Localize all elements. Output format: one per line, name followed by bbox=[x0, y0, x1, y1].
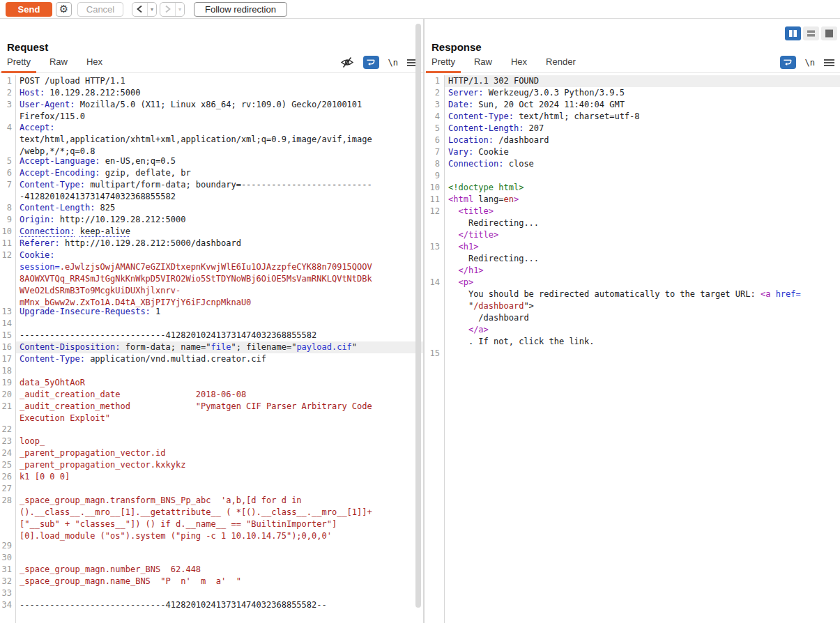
code-line: 8Connection: close bbox=[425, 158, 840, 170]
line-number: 25 bbox=[0, 459, 16, 471]
follow-redirection-button[interactable]: Follow redirection bbox=[194, 2, 287, 17]
line-number: 2 bbox=[425, 87, 445, 99]
settings-button[interactable]: ⚙ bbox=[56, 2, 72, 17]
line-number: 5 bbox=[425, 123, 445, 134]
send-button[interactable]: Send bbox=[6, 2, 52, 17]
code-line: 7Vary: Cookie bbox=[425, 146, 840, 158]
line-number: 1 bbox=[425, 75, 445, 87]
newline-chars-icon[interactable]: \n bbox=[388, 58, 398, 68]
hide-nonprintable-eye-icon[interactable] bbox=[340, 56, 354, 68]
line-number: 13 bbox=[0, 306, 16, 318]
response-panel: Response Pretty Raw Hex Render \n bbox=[425, 19, 840, 623]
code-line: 11Referer: http://10.129.28.212:5000/das… bbox=[0, 238, 423, 249]
line-number: 2 bbox=[0, 87, 16, 99]
code-line: 5Content-Length: 207 bbox=[425, 123, 840, 134]
line-number: 7 bbox=[425, 146, 445, 158]
line-number: 6 bbox=[0, 167, 16, 179]
line-number: 34 bbox=[0, 599, 16, 611]
code-line: 34-----------------------------412820102… bbox=[0, 599, 423, 611]
code-line: 6Accept-Encoding: gzip, deflate, br bbox=[0, 167, 423, 179]
request-panel: Request Pretty Raw Hex bbox=[0, 19, 425, 623]
line-number: 20 bbox=[0, 389, 16, 401]
code-line: 5Accept-Language: en-US,en;q=0.5 bbox=[0, 155, 423, 167]
code-line: 19data_5yOhtAoR bbox=[0, 377, 423, 389]
code-line: 10Connection: keep-alive bbox=[0, 226, 423, 238]
line-number: 26 bbox=[0, 471, 16, 483]
response-tab-pretty[interactable]: Pretty bbox=[432, 53, 455, 72]
history-forward-split-button[interactable]: ▾ bbox=[160, 2, 185, 17]
code-line: 7Content-Type: multipart/form-data; boun… bbox=[0, 179, 423, 202]
line-number: 9 bbox=[0, 214, 16, 226]
request-tab-pretty[interactable]: Pretty bbox=[7, 53, 31, 72]
word-wrap-icon[interactable] bbox=[363, 56, 379, 69]
request-tab-hex[interactable]: Hex bbox=[86, 53, 102, 72]
line-number: 4 bbox=[425, 111, 445, 123]
line-number: 5 bbox=[0, 155, 16, 167]
line-number: 11 bbox=[425, 194, 445, 206]
line-number: 21 bbox=[0, 401, 16, 424]
response-tab-raw[interactable]: Raw bbox=[474, 53, 492, 72]
code-line: 30 bbox=[0, 552, 423, 564]
rows-layout-icon[interactable] bbox=[803, 26, 819, 40]
code-line: 1POST /upload HTTP/1.1 bbox=[0, 75, 423, 87]
line-number: 24 bbox=[0, 447, 16, 459]
gear-icon: ⚙ bbox=[59, 3, 68, 15]
history-back-split-button[interactable]: ▾ bbox=[132, 2, 157, 17]
request-editor[interactable]: 1POST /upload HTTP/1.12Host: 10.129.28.2… bbox=[0, 73, 423, 623]
code-line: 12 <title> Redirecting... </title> bbox=[425, 206, 840, 241]
request-tab-raw[interactable]: Raw bbox=[49, 53, 68, 72]
line-number: 7 bbox=[0, 179, 16, 202]
response-tab-render[interactable]: Render bbox=[546, 53, 576, 72]
line-number: 33 bbox=[0, 587, 16, 599]
line-number: 8 bbox=[425, 158, 445, 170]
code-line: 14 bbox=[0, 318, 423, 330]
word-wrap-icon[interactable] bbox=[780, 56, 796, 69]
line-number: 32 bbox=[0, 576, 16, 587]
line-number: 28 bbox=[0, 495, 16, 540]
response-editor[interactable]: 1HTTP/1.1 302 FOUND2Server: Werkzeug/3.0… bbox=[425, 73, 840, 623]
newline-chars-icon[interactable]: \n bbox=[805, 58, 815, 68]
line-number: 15 bbox=[425, 348, 445, 360]
cancel-button[interactable]: Cancel bbox=[77, 2, 123, 17]
line-number: 27 bbox=[0, 483, 16, 495]
code-line: 33 bbox=[0, 587, 423, 599]
layout-switcher bbox=[785, 26, 837, 40]
chevron-right-icon bbox=[160, 3, 175, 16]
code-line: 3Date: Sun, 20 Oct 2024 11:40:04 GMT bbox=[425, 99, 840, 111]
code-line: 4Accept: text/html,application/xhtml+xml… bbox=[0, 122, 423, 156]
code-line: 8Content-Length: 825 bbox=[0, 202, 423, 214]
line-number: 3 bbox=[0, 99, 16, 122]
code-line: 3User-Agent: Mozilla/5.0 (X11; Linux x86… bbox=[0, 99, 423, 122]
code-line: 24_parent_propagation_vector.id bbox=[0, 447, 423, 459]
line-number: 31 bbox=[0, 564, 16, 576]
line-number: 10 bbox=[0, 226, 16, 238]
line-number: 18 bbox=[0, 365, 16, 377]
response-tab-hex[interactable]: Hex bbox=[511, 53, 527, 72]
line-number: 17 bbox=[0, 353, 16, 365]
request-scrollbar[interactable] bbox=[415, 24, 421, 608]
code-line: 2Host: 10.129.28.212:5000 bbox=[0, 87, 423, 99]
code-line: 13 <h1> Redirecting... </h1> bbox=[425, 241, 840, 277]
line-number: 1 bbox=[0, 75, 16, 87]
line-number: 6 bbox=[425, 134, 445, 146]
line-number: 10 bbox=[425, 182, 445, 194]
code-line: 22 bbox=[0, 424, 423, 436]
history-forward-dropdown: ▾ bbox=[175, 3, 184, 16]
code-line: 28_space_group_magn.transform_BNS_Pp_abc… bbox=[0, 495, 423, 540]
line-number: 15 bbox=[0, 330, 16, 341]
code-line: 26k1 [0 0 0] bbox=[0, 471, 423, 483]
single-layout-icon[interactable] bbox=[821, 26, 837, 40]
chevron-left-icon[interactable] bbox=[132, 3, 147, 16]
code-line: 13Upgrade-Insecure-Requests: 1 bbox=[0, 306, 423, 318]
request-panel-title: Request bbox=[7, 41, 423, 54]
code-line: 14 <p> You should be redirected automati… bbox=[425, 277, 840, 348]
code-line: 32_space_group_magn.name_BNS "P n' m a' … bbox=[0, 576, 423, 587]
code-line: 21_audit_creation_method "Pymatgen CIF P… bbox=[0, 401, 423, 424]
code-line: 29 bbox=[0, 540, 423, 552]
code-line: 10<!doctype html> bbox=[425, 182, 840, 194]
line-number: 12 bbox=[425, 206, 445, 241]
history-back-dropdown[interactable]: ▾ bbox=[147, 3, 156, 16]
code-line: 25_parent_propagation_vector.kxkykz bbox=[0, 459, 423, 471]
menu-icon[interactable] bbox=[824, 59, 834, 67]
columns-layout-icon[interactable] bbox=[785, 26, 801, 40]
